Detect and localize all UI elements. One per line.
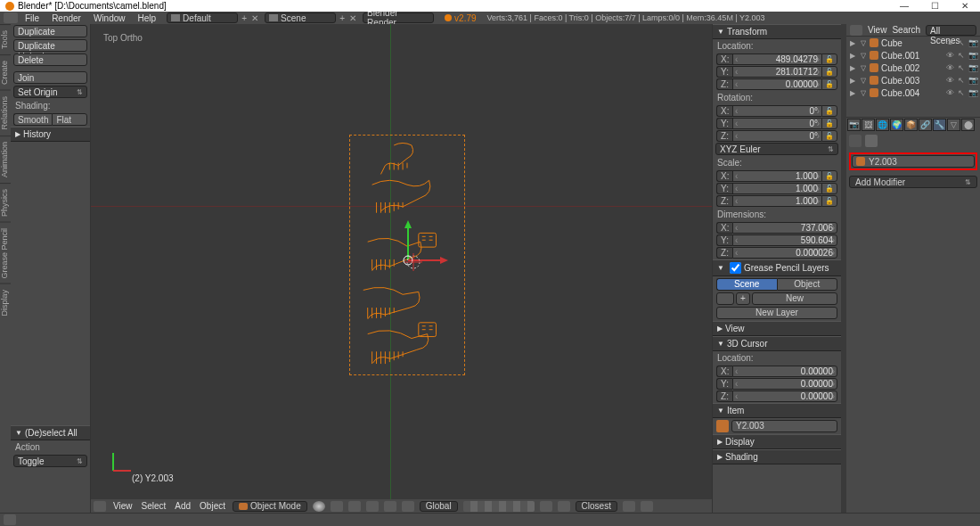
manipulator-rotate-icon[interactable] bbox=[384, 501, 396, 512]
cursor-x-field[interactable]: 0.00000 bbox=[732, 366, 837, 377]
tab-animation[interactable]: Animation bbox=[0, 136, 11, 183]
vp-menu-object[interactable]: Object bbox=[198, 501, 227, 511]
grease-pencil-panel-header[interactable]: ▼ Grease Pencil Layers bbox=[713, 259, 841, 276]
prop-tab-object[interactable]: 📦 bbox=[904, 119, 918, 131]
window-close[interactable]: ✕ bbox=[950, 0, 980, 12]
manipulator-scale-icon[interactable] bbox=[402, 501, 414, 512]
prop-tab-render[interactable]: 📷 bbox=[847, 119, 861, 131]
lock-icon[interactable]: 🔓 bbox=[821, 105, 837, 117]
lock-icon[interactable]: 🔓 bbox=[821, 66, 837, 78]
tab-relations[interactable]: Relations bbox=[0, 90, 11, 136]
outliner-tree[interactable]: ▶▽Cube👁↖📷 ▶▽Cube.001👁↖📷 ▶▽Cube.002👁↖📷 ▶▽… bbox=[846, 37, 980, 117]
eye-icon[interactable]: 👁 bbox=[944, 87, 955, 98]
duplicate-linked-button[interactable]: Duplicate Linked bbox=[13, 39, 87, 52]
pin-icon[interactable] bbox=[849, 135, 862, 147]
gp-object-tab[interactable]: Object bbox=[777, 278, 838, 291]
vp-menu-add[interactable]: Add bbox=[173, 501, 192, 511]
manipulator-toggle-icon[interactable] bbox=[348, 501, 361, 512]
scale-y-field[interactable]: 1.000 bbox=[732, 183, 821, 194]
scene-add-icon[interactable]: + bbox=[338, 13, 347, 23]
layout-add-icon[interactable]: + bbox=[240, 13, 249, 23]
tab-display[interactable]: Display bbox=[0, 284, 11, 322]
delete-button[interactable]: Delete bbox=[13, 53, 87, 66]
cursor-icon[interactable]: ↖ bbox=[956, 62, 967, 73]
cursor-y-field[interactable]: 0.00000 bbox=[732, 378, 837, 390]
menu-render[interactable]: Render bbox=[46, 13, 86, 23]
join-button[interactable]: Join bbox=[13, 71, 87, 84]
rot-x-field[interactable]: 0° bbox=[732, 105, 821, 117]
dim-z-field[interactable]: 0.000026 bbox=[732, 247, 837, 259]
lock-icon[interactable]: 🔓 bbox=[821, 195, 837, 207]
lock-icon[interactable]: 🔓 bbox=[821, 118, 837, 129]
window-minimize[interactable]: — bbox=[889, 0, 919, 12]
menu-file[interactable]: File bbox=[20, 13, 45, 23]
cursor-icon[interactable]: ↖ bbox=[956, 50, 967, 61]
mode-dropdown[interactable]: Object Mode bbox=[233, 501, 307, 512]
display-panel-header[interactable]: ▶Display bbox=[713, 434, 841, 449]
gp-new-layer-button[interactable]: New Layer bbox=[716, 307, 837, 319]
lock-icon[interactable]: 🔓 bbox=[821, 170, 837, 182]
prop-tab-scene[interactable]: 🌐 bbox=[876, 119, 889, 131]
prop-tab-render-layers[interactable]: 🖼 bbox=[862, 119, 875, 131]
snap-element-dropdown[interactable]: Closest bbox=[576, 501, 617, 512]
rot-z-field[interactable]: 0° bbox=[732, 130, 821, 142]
editor-type-icon[interactable] bbox=[850, 25, 862, 36]
scene-del-icon[interactable]: ✕ bbox=[348, 13, 357, 23]
screen-layout-dropdown[interactable]: Default bbox=[167, 12, 238, 23]
editor-type-icon[interactable] bbox=[4, 12, 18, 23]
outliner-scope-dropdown[interactable]: All Scenes bbox=[926, 25, 976, 36]
rotation-mode-dropdown[interactable]: XYZ Euler bbox=[715, 143, 838, 155]
cursor-icon[interactable]: ↖ bbox=[956, 37, 967, 48]
shade-flat-button[interactable]: Flat bbox=[52, 113, 87, 126]
object-name-field[interactable]: Y2.003 bbox=[869, 157, 897, 167]
loc-z-field[interactable]: 0.00000 bbox=[732, 78, 821, 90]
render-preview-icon[interactable] bbox=[623, 501, 635, 512]
view-panel-header[interactable]: ▶View bbox=[713, 321, 841, 336]
vp-menu-select[interactable]: Select bbox=[140, 501, 168, 511]
pivot-icon[interactable] bbox=[331, 501, 343, 512]
vp-menu-view[interactable]: View bbox=[111, 501, 135, 511]
shading-panel-header[interactable]: ▶Shading bbox=[713, 449, 841, 464]
lock-icon[interactable]: 🔓 bbox=[821, 78, 837, 90]
add-modifier-dropdown[interactable]: Add Modifier bbox=[849, 176, 977, 188]
lock-icon[interactable]: 🔓 bbox=[821, 53, 837, 65]
scale-x-field[interactable]: 1.000 bbox=[732, 170, 821, 182]
editor-type-icon[interactable] bbox=[4, 514, 16, 525]
loc-x-field[interactable]: 489.04279 bbox=[732, 53, 821, 65]
loc-y-field[interactable]: 281.01712 bbox=[732, 66, 821, 78]
cursor-z-field[interactable]: 0.00000 bbox=[732, 390, 837, 402]
rot-y-field[interactable]: 0° bbox=[732, 118, 821, 129]
3d-cursor-panel-header[interactable]: ▼3D Cursor bbox=[713, 336, 841, 351]
lock-icon[interactable]: 🔓 bbox=[821, 183, 837, 194]
dim-x-field[interactable]: 737.006 bbox=[732, 222, 837, 234]
prop-tab-modifiers[interactable]: 🔧 bbox=[933, 119, 946, 131]
prop-tab-data[interactable]: ▽ bbox=[947, 119, 960, 131]
operator-panel-header[interactable]: ▼(De)select All bbox=[11, 425, 90, 440]
orientation-dropdown[interactable]: Global bbox=[420, 501, 458, 512]
tab-grease-pencil[interactable]: Grease Pencil bbox=[0, 222, 11, 284]
item-panel-header[interactable]: ▼Item bbox=[713, 403, 841, 418]
cursor-icon[interactable]: ↖ bbox=[956, 87, 967, 98]
gp-enable-checkbox[interactable] bbox=[730, 262, 741, 274]
lock-icon[interactable]: 🔓 bbox=[821, 130, 837, 142]
duplicate-button[interactable]: Duplicate bbox=[13, 25, 87, 37]
gp-brush-icon[interactable] bbox=[716, 292, 734, 305]
tab-tools[interactable]: Tools bbox=[0, 24, 11, 54]
scale-z-field[interactable]: 1.000 bbox=[732, 195, 821, 207]
3d-viewport[interactable]: Top Ortho bbox=[91, 24, 712, 513]
camera-icon[interactable]: 📷 bbox=[968, 37, 978, 48]
shade-smooth-button[interactable]: Smooth bbox=[13, 113, 52, 126]
tab-create[interactable]: Create bbox=[0, 54, 11, 90]
layers-icon[interactable] bbox=[463, 501, 535, 512]
menu-window[interactable]: Window bbox=[88, 13, 131, 23]
lock-camera-icon[interactable] bbox=[540, 501, 552, 512]
editor-type-icon[interactable] bbox=[94, 501, 106, 512]
outliner-menu-search[interactable]: Search bbox=[892, 25, 920, 35]
eye-icon[interactable]: 👁 bbox=[944, 50, 955, 61]
outliner-menu-view[interactable]: View bbox=[868, 25, 887, 35]
cursor-icon[interactable]: ↖ bbox=[956, 75, 967, 86]
camera-icon[interactable]: 📷 bbox=[968, 75, 978, 86]
manipulator-translate-icon[interactable] bbox=[366, 501, 379, 512]
window-maximize[interactable]: ☐ bbox=[919, 0, 950, 12]
render-engine-dropdown[interactable]: Blender Render bbox=[363, 12, 434, 23]
